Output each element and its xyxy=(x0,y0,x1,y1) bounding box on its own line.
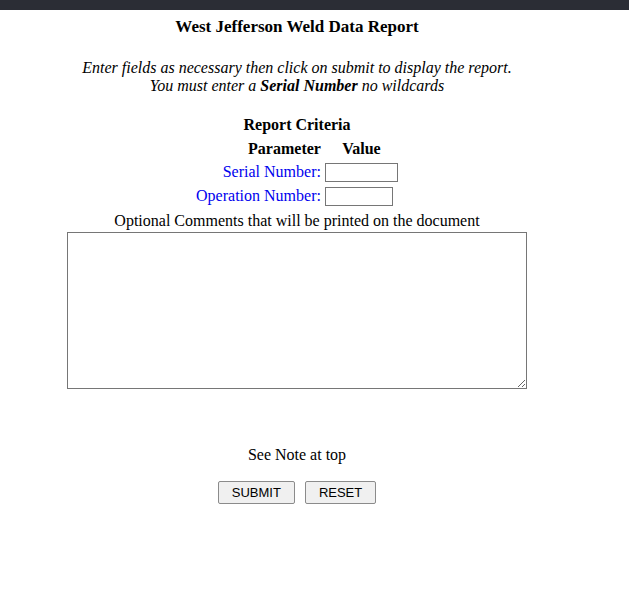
report-form-container: West Jefferson Weld Data Report Enter fi… xyxy=(0,17,594,504)
criteria-header-row: Parameter Value xyxy=(195,139,399,159)
instructions-serial-number-emphasis: Serial Number xyxy=(260,77,357,94)
submit-button[interactable]: SUBMIT xyxy=(218,481,295,504)
see-note-text: See Note at top xyxy=(0,446,594,464)
serial-number-label-cell: Serial Number: xyxy=(195,161,322,183)
serial-number-input[interactable] xyxy=(325,163,398,182)
table-row-operation-number: Operation Number: xyxy=(195,185,399,207)
operation-number-label-cell: Operation Number: xyxy=(195,185,322,207)
serial-number-link[interactable]: Serial Number: xyxy=(223,163,321,180)
parameter-column-header: Parameter xyxy=(195,139,322,159)
optional-comments-label: Optional Comments that will be printed o… xyxy=(0,212,594,230)
top-bar xyxy=(0,0,629,10)
optional-comments-textarea[interactable] xyxy=(67,232,527,389)
page-viewport: West Jefferson Weld Data Report Enter fi… xyxy=(0,0,629,589)
operation-number-value-cell xyxy=(324,185,399,207)
button-row: SUBMIT RESET xyxy=(0,481,594,504)
operation-number-link[interactable]: Operation Number: xyxy=(196,187,321,204)
criteria-table: Parameter Value Serial Number: Operation… xyxy=(193,137,401,209)
operation-number-input[interactable] xyxy=(325,187,393,206)
instructions-text: Enter fields as necessary then click on … xyxy=(0,59,594,95)
table-row-serial-number: Serial Number: xyxy=(195,161,399,183)
reset-button[interactable]: RESET xyxy=(305,481,376,504)
value-column-header: Value xyxy=(324,139,399,159)
report-criteria-heading: Report Criteria xyxy=(0,116,594,134)
instructions-line2-prefix: You must enter a xyxy=(150,77,261,94)
instructions-line2-suffix: no wildcards xyxy=(358,77,445,94)
serial-number-value-cell xyxy=(324,161,399,183)
instructions-line1: Enter fields as necessary then click on … xyxy=(82,59,512,76)
page-title: West Jefferson Weld Data Report xyxy=(0,17,594,37)
